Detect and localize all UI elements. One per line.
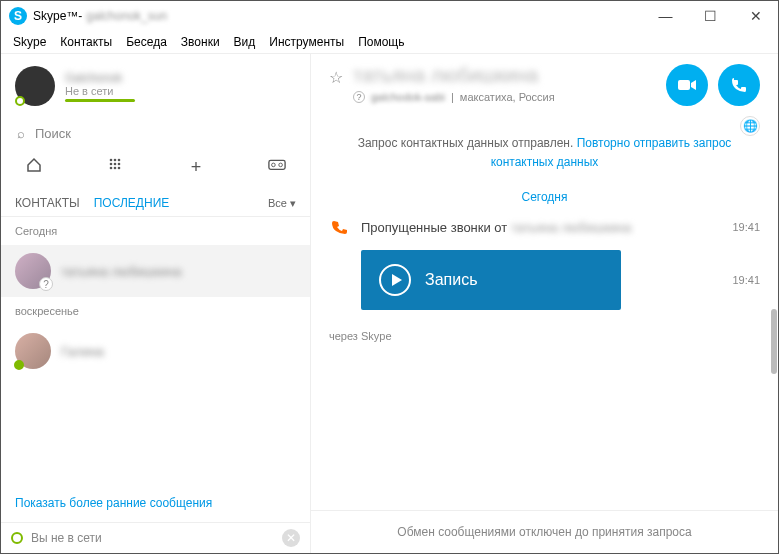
svg-point-2: [118, 159, 121, 162]
chat-header: ☆ татьяна любишкина ? galchodok-sabi | м…: [311, 54, 778, 116]
disabled-input-banner: Обмен сообщениями отключен до принятия з…: [311, 510, 778, 553]
skype-logo-icon: S: [9, 7, 27, 25]
unknown-status-icon: ?: [39, 277, 53, 291]
chat-handle: galchodok-sabi: [371, 91, 445, 103]
contact-name: татьяна любишкина: [61, 264, 181, 279]
chat-contact-name: татьяна любишкина: [353, 64, 656, 87]
search-icon: ⌕: [17, 126, 25, 141]
status-underline: [65, 99, 135, 102]
missed-call-icon: [329, 216, 351, 238]
title-bar: S Skype™ - galchonok_sun — ☐ ✕: [1, 1, 778, 31]
group-today: Сегодня: [1, 217, 310, 245]
filter-label: Все: [268, 197, 287, 209]
dismiss-offline-button[interactable]: ✕: [282, 529, 300, 547]
presence-dot-icon: [15, 96, 25, 106]
svg-point-7: [114, 167, 117, 170]
filter-dropdown[interactable]: Все ▾: [268, 197, 296, 210]
sidebar-toolbar: +: [1, 149, 310, 190]
avatar: ?: [15, 253, 51, 289]
offline-text: Вы не в сети: [31, 531, 102, 545]
close-button[interactable]: ✕: [733, 1, 778, 31]
title-sep: -: [78, 9, 82, 23]
svg-point-4: [114, 163, 117, 166]
list-item[interactable]: Галина: [1, 325, 310, 377]
voice-time: 19:41: [732, 274, 760, 286]
missed-call-row[interactable]: Пропущенные звонки от татьяна любишкина …: [329, 210, 760, 244]
offline-banner: Вы не в сети ✕: [1, 522, 310, 553]
request-banner: Запрос контактных данных отправлен. Повт…: [311, 116, 778, 184]
via-label: через Skype: [329, 316, 760, 348]
svg-point-11: [279, 163, 283, 167]
menu-calls[interactable]: Звонки: [181, 35, 220, 49]
svg-rect-12: [678, 80, 690, 90]
svg-point-6: [110, 167, 113, 170]
list-item[interactable]: ? татьяна любишкина: [1, 245, 310, 297]
globe-icon[interactable]: 🌐: [740, 116, 760, 136]
search-placeholder: Поиск: [35, 126, 71, 141]
minimize-button[interactable]: —: [643, 1, 688, 31]
chat-location: максатиха, Россия: [460, 91, 555, 103]
sep: |: [451, 91, 454, 103]
sidebar: Galchonok Не в сети ⌕ Поиск + КОНТАКТЫ П…: [1, 54, 311, 553]
menu-help[interactable]: Помощь: [358, 35, 404, 49]
help-icon[interactable]: ?: [353, 91, 365, 103]
chat-panel: ☆ татьяна любишкина ? galchodok-sabi | м…: [311, 54, 778, 553]
sidebar-tabs: КОНТАКТЫ ПОСЛЕДНИЕ Все ▾: [1, 190, 310, 217]
voice-message-row: Запись 19:41: [329, 244, 760, 316]
home-button[interactable]: [25, 157, 43, 178]
show-earlier-link[interactable]: Показать более ранние сообщения: [1, 484, 310, 522]
banner-text: Запрос контактных данных отправлен.: [358, 136, 577, 150]
menu-contacts[interactable]: Контакты: [60, 35, 112, 49]
voice-message[interactable]: Запись: [361, 250, 621, 310]
menu-skype[interactable]: Skype: [13, 35, 46, 49]
tab-contacts[interactable]: КОНТАКТЫ: [15, 196, 80, 210]
online-status-icon: [14, 360, 24, 370]
voice-label: Запись: [425, 271, 478, 289]
svg-point-1: [114, 159, 117, 162]
svg-point-0: [110, 159, 113, 162]
chevron-down-icon: ▾: [290, 197, 296, 210]
self-avatar: [15, 66, 55, 106]
group-sunday: воскресенье: [1, 297, 310, 325]
self-profile[interactable]: Galchonok Не в сети: [1, 54, 310, 118]
dialpad-button[interactable]: [106, 157, 124, 178]
missed-call-time: 19:41: [732, 221, 760, 233]
add-contact-button[interactable]: +: [187, 157, 205, 178]
menu-conversation[interactable]: Беседа: [126, 35, 167, 49]
audio-call-button[interactable]: [718, 64, 760, 106]
svg-point-5: [118, 163, 121, 166]
svg-point-10: [272, 163, 276, 167]
search-input[interactable]: ⌕ Поиск: [1, 118, 310, 149]
favorite-button[interactable]: ☆: [329, 68, 343, 87]
self-name: Galchonok: [65, 71, 135, 85]
recent-list: Сегодня ? татьяна любишкина воскресенье …: [1, 217, 310, 484]
self-status: Не в сети: [65, 85, 135, 97]
svg-point-8: [118, 167, 121, 170]
window-user: galchonok_sun: [86, 9, 167, 23]
day-divider: Сегодня: [311, 184, 778, 210]
maximize-button[interactable]: ☐: [688, 1, 733, 31]
menu-bar: Skype Контакты Беседа Звонки Вид Инструм…: [1, 31, 778, 54]
voicemail-button[interactable]: [268, 157, 286, 178]
play-button[interactable]: [379, 264, 411, 296]
messages: Пропущенные звонки от татьяна любишкина …: [311, 210, 778, 510]
missed-call-text: Пропущенные звонки от татьяна любишкина: [361, 220, 722, 235]
app-title: Skype™: [33, 9, 78, 23]
offline-dot-icon: [11, 532, 23, 544]
svg-point-3: [110, 163, 113, 166]
tab-recent[interactable]: ПОСЛЕДНИЕ: [94, 196, 170, 210]
contact-name: Галина: [61, 344, 104, 359]
avatar: [15, 333, 51, 369]
menu-view[interactable]: Вид: [234, 35, 256, 49]
menu-tools[interactable]: Инструменты: [269, 35, 344, 49]
video-call-button[interactable]: [666, 64, 708, 106]
scrollbar-thumb[interactable]: [771, 309, 777, 374]
